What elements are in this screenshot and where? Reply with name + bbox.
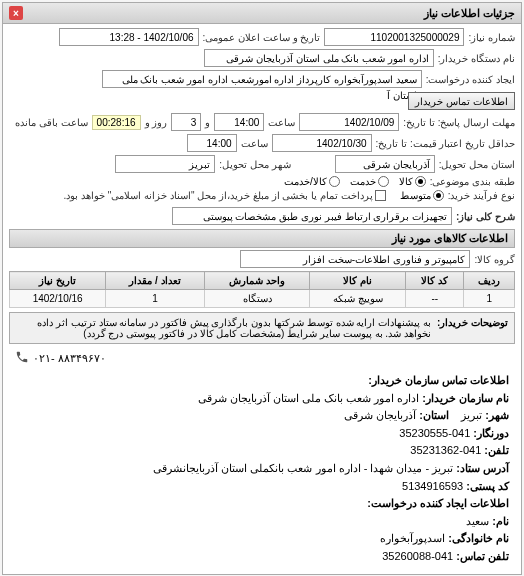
radio-medium[interactable]: متوسط [400, 190, 444, 201]
city-label: شهر محل تحویل: [219, 159, 290, 170]
deadline-time-field: 14:00 [214, 113, 264, 131]
desc-label: شرح کلی نیاز: [456, 211, 515, 222]
panel-header: جزئیات اطلاعات نیاز × [3, 3, 521, 24]
contact-address: تبریز - میدان شهدا - اداره امور شعب بانک… [153, 462, 453, 474]
req-number-field: 1102001325000029 [324, 28, 464, 46]
days-unit: روز و [145, 117, 168, 128]
validity-label: حداقل تاریخ اعتبار قیمت: تا تاریخ: [376, 138, 515, 149]
packing-label: طبقه بندی موضوعی: [430, 176, 515, 187]
contact-org-label: نام سازمان خریدار: [422, 392, 509, 404]
radio-dot-icon [415, 176, 426, 187]
contact-phone2-label: تلفن تماس: [456, 550, 509, 562]
purchase-type-label: نوع فرآیند خرید: [448, 190, 515, 201]
radio-service-label: خدمت [350, 176, 376, 187]
buyer-org-field: اداره امور شعب بانک ملی استان آذربایجان … [204, 49, 434, 67]
province-field: آذربایجان شرقی [335, 155, 435, 173]
timer-suffix: ساعت باقی مانده [15, 117, 88, 128]
table-row[interactable]: 1 -- سوییچ شبکه دستگاه 1 1402/10/16 [10, 290, 515, 308]
contact-fax: 041-35230555 [399, 427, 470, 439]
th-row: ردیف [464, 272, 515, 290]
contact-province: آذربایجان شرقی [344, 409, 416, 421]
group-label: گروه کالا: [474, 254, 515, 265]
buyer-note: توضیحات خریدار: به پیشنهادات ارایه شده ت… [9, 312, 515, 344]
th-qty: تعداد / مقدار [106, 272, 204, 290]
days-and: و [205, 117, 210, 128]
items-table: ردیف کد کالا نام کالا واحد شمارش تعداد /… [9, 271, 515, 308]
contact-postal-label: کد پستی: [466, 480, 509, 492]
radio-service[interactable]: خدمت [350, 176, 389, 187]
category-radio-group: کالا خدمت کالا/خدمت [284, 176, 426, 187]
contact-postal: 5134916593 [402, 480, 463, 492]
contact-city: تبریز [461, 409, 482, 421]
checkbox-treasury[interactable]: پرداخت تمام یا بخشی از مبلغ خرید،از محل … [63, 190, 385, 201]
time-label-2: ساعت [241, 138, 268, 149]
countdown-timer: 00:28:16 [92, 115, 141, 130]
cell-code: -- [406, 290, 464, 308]
checkbox-icon [375, 190, 386, 201]
main-panel: جزئیات اطلاعات نیاز × شماره نیاز: 110200… [2, 2, 522, 575]
req-number-label: شماره نیاز: [468, 32, 515, 43]
cell-row: 1 [464, 290, 515, 308]
radio-both[interactable]: کالا/خدمت [284, 176, 340, 187]
group-field: کامپیوتر و فناوری اطلاعات-سخت افزار [240, 250, 470, 268]
days-field: 3 [171, 113, 201, 131]
deadline-label: مهلت ارسال پاسخ: تا تاریخ: [403, 117, 515, 128]
items-section-title: اطلاعات کالاهای مورد نیاز [9, 229, 515, 248]
cell-date: 1402/10/16 [10, 290, 106, 308]
province-label: استان محل تحویل: [439, 159, 515, 170]
contact-name-label: نام: [492, 515, 509, 527]
note-label: توضیحات خریدار: [437, 317, 508, 339]
contact-phone2: 041-35260088 [382, 550, 453, 562]
creator-field: سعید اسدپورآبخواره کارپرداز اداره امورشع… [102, 70, 422, 88]
contact-phone-label: تلفن: [484, 444, 509, 456]
cell-unit: دستگاه [204, 290, 310, 308]
table-header-row: ردیف کد کالا نام کالا واحد شمارش تعداد /… [10, 272, 515, 290]
contact-lastname: اسدپورآبخواره [380, 532, 445, 544]
th-unit: واحد شمارش [204, 272, 310, 290]
contact-city-label: شهر: [485, 409, 509, 421]
contact-address-label: آدرس ستاد: [456, 462, 509, 474]
close-icon[interactable]: × [9, 6, 23, 20]
radio-goods[interactable]: کالا [399, 176, 426, 187]
announce-field: 1402/10/06 - 13:28 [59, 28, 199, 46]
radio-dot-icon [329, 176, 340, 187]
panel-title: جزئیات اطلاعات نیاز [424, 7, 515, 20]
buyer-org-label: نام دستگاه خریدار: [438, 53, 515, 64]
purchase-note: پرداخت تمام یا بخشی از مبلغ خرید،از محل … [63, 190, 372, 201]
th-code: کد کالا [406, 272, 464, 290]
contact-button[interactable]: اطلاعات تماس خریدار [408, 92, 515, 110]
contact-phone: 041-35231362 [410, 444, 481, 456]
validity-date-field: 1402/10/30 [272, 134, 372, 152]
radio-both-label: کالا/خدمت [284, 176, 327, 187]
form-body: شماره نیاز: 1102001325000029 تاریخ و ساع… [3, 24, 521, 574]
radio-dot-icon [378, 176, 389, 187]
req-creator-title: اطلاعات ایجاد کننده درخواست: [367, 497, 509, 509]
deadline-date-field: 1402/10/09 [299, 113, 399, 131]
creator-label: ایجاد کننده درخواست: [426, 74, 515, 85]
radio-dot-icon [433, 190, 444, 201]
note-text: به پیشنهادات ارایه شده توسط شرکتها بدون … [16, 317, 431, 339]
announce-label: تاریخ و ساعت اعلان عمومی: [203, 32, 321, 43]
cell-qty: 1 [106, 290, 204, 308]
city-field: تبریز [115, 155, 215, 173]
footer-bar: ۸۸۳۴۹۶۷۰ -۰۲۱ [9, 348, 515, 368]
validity-time-field: 14:00 [187, 134, 237, 152]
th-date: تاریخ نیاز [10, 272, 106, 290]
th-name: نام کالا [310, 272, 406, 290]
contact-org: اداره امور شعب بانک ملی استان آذربایجان … [198, 392, 419, 404]
cell-name: سوییچ شبکه [310, 290, 406, 308]
contact-name: سعید [466, 515, 489, 527]
radio-medium-label: متوسط [400, 190, 431, 201]
footer-phone: ۸۸۳۴۹۶۷۰ -۰۲۱ [33, 352, 106, 365]
phone-icon [15, 350, 29, 366]
contact-section: اطلاعات تماس سازمان خریدار: نام سازمان خ… [9, 368, 515, 570]
contact-fax-label: دورنگار: [473, 427, 509, 439]
time-label-1: ساعت [268, 117, 295, 128]
contact-province-label: استان: [419, 409, 449, 421]
radio-goods-label: کالا [399, 176, 413, 187]
desc-field: تجهیزات برقراری ارتباط فیبر نوری طبق مشخ… [172, 207, 452, 225]
contact-title: اطلاعات تماس سازمان خریدار: [368, 374, 509, 386]
contact-lastname-label: نام خانوادگی: [448, 532, 509, 544]
